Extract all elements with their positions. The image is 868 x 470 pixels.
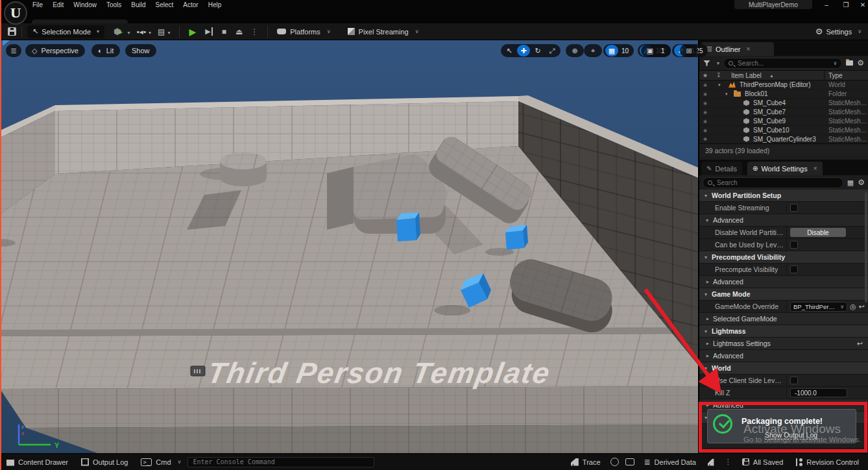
minimize-button[interactable]: – bbox=[819, 0, 834, 9]
camera-speed-group[interactable]: ▣ 1 bbox=[641, 44, 671, 57]
precompute-visibility-checkbox[interactable] bbox=[790, 266, 798, 273]
scale-tool[interactable]: ⤢ bbox=[546, 45, 559, 56]
create-folder-icon[interactable] bbox=[846, 60, 853, 66]
column-type[interactable]: Type bbox=[828, 72, 843, 79]
level-instance-checkbox[interactable] bbox=[790, 241, 798, 249]
world-space-button[interactable]: ⊕ bbox=[566, 44, 584, 57]
play-options-dots[interactable]: ⋮ bbox=[250, 27, 258, 36]
content-drawer-button[interactable]: Content Drawer bbox=[0, 454, 75, 470]
eye-column-icon[interactable]: ◉ bbox=[703, 73, 707, 78]
play-button[interactable]: ▶ bbox=[189, 27, 196, 37]
eject-button[interactable]: ⏏ bbox=[235, 27, 243, 36]
derived-data-button[interactable]: ≣ Derived Data bbox=[638, 454, 703, 470]
cmd-dropdown[interactable]: >_ Cmd ∨ bbox=[134, 454, 187, 470]
maximize-viewport-button[interactable]: ⊞ bbox=[680, 44, 698, 57]
outliner-row-mesh[interactable]: ◉ SM_Cube10 StaticMeshAct bbox=[699, 126, 868, 135]
blueprints-button[interactable]: ▪◂▪▾ bbox=[137, 27, 152, 36]
expand-caret-icon[interactable]: ▾ bbox=[725, 92, 728, 97]
reset-icon[interactable]: ↩ bbox=[859, 303, 865, 311]
all-saved-button[interactable]: All Saved bbox=[736, 454, 790, 470]
category-world[interactable]: ▾ World bbox=[699, 362, 868, 375]
outliner-search-input[interactable] bbox=[736, 59, 814, 68]
trace-button[interactable]: Trace bbox=[564, 454, 607, 470]
menu-tools[interactable]: Tools bbox=[106, 1, 121, 8]
outliner-row-world[interactable]: ◉ ▾ ThirdPersonMap (Editor) World bbox=[699, 80, 868, 90]
eye-icon[interactable]: ◉ bbox=[703, 128, 707, 133]
eye-icon[interactable]: ◉ bbox=[703, 82, 707, 88]
disable-button[interactable]: Disable bbox=[790, 228, 846, 237]
grid-snap-group[interactable]: ▦ 10 bbox=[603, 44, 634, 57]
platforms-dropdown[interactable]: Platforms ∨ bbox=[277, 28, 330, 36]
show-dropdown[interactable]: Show bbox=[125, 44, 156, 57]
menu-select[interactable]: Select bbox=[156, 1, 174, 8]
subcategory-advanced[interactable]: ▾ Advanced bbox=[699, 276, 868, 288]
outliner-search[interactable]: ∨ bbox=[723, 58, 842, 69]
settings-search[interactable] bbox=[703, 177, 843, 188]
pin-column-icon[interactable]: ↧ bbox=[716, 72, 721, 79]
kill-z-field[interactable]: -1000.0 bbox=[790, 388, 847, 397]
eye-icon[interactable]: ◉ bbox=[703, 101, 707, 106]
subcategory-advanced[interactable]: ▾ Advanced bbox=[699, 214, 868, 227]
menu-build[interactable]: Build bbox=[131, 1, 145, 8]
perspective-dropdown[interactable]: ◇ Perspective bbox=[25, 44, 85, 57]
more-dots-icon[interactable]: ⋮ bbox=[725, 458, 732, 466]
close-icon[interactable]: × bbox=[747, 45, 751, 53]
tab-details[interactable]: ✎ Details bbox=[701, 162, 742, 175]
pixel-streaming-dropdown[interactable]: Pixel Streaming ∨ bbox=[348, 28, 419, 36]
category-world-partition[interactable]: ▾ World Partition Setup bbox=[699, 190, 868, 202]
settings-search-input[interactable] bbox=[716, 179, 813, 187]
cinematics-button[interactable]: ▤▾ bbox=[158, 27, 170, 36]
outliner-row-mesh[interactable]: ◉ SM_Cube9 StaticMeshAct bbox=[699, 117, 868, 126]
settings-gear-icon[interactable]: ⚙ bbox=[858, 178, 865, 187]
stop-button[interactable]: ■ bbox=[222, 27, 226, 36]
menu-actor[interactable]: Actor bbox=[183, 1, 198, 8]
expand-caret-icon[interactable]: ▾ bbox=[718, 82, 721, 88]
category-game-mode[interactable]: ▾ Game Mode bbox=[699, 288, 868, 301]
close-button[interactable]: ✕ bbox=[855, 0, 868, 9]
tab-outliner[interactable]: ☰ Outliner × bbox=[701, 42, 774, 56]
add-actor-button[interactable]: ⬢+ ▾ bbox=[114, 27, 130, 36]
outliner-row-mesh[interactable]: ◉ SM_Cube7 StaticMeshAct bbox=[699, 108, 868, 117]
console-command-input[interactable] bbox=[187, 457, 374, 467]
subcategory-advanced[interactable]: ▾ Advanced bbox=[699, 350, 868, 362]
subcategory-selected-gamemode[interactable]: ▾ Selected GameMode bbox=[699, 313, 868, 325]
output-log-button[interactable]: Output Log bbox=[75, 454, 134, 470]
unreal-logo[interactable]: U bbox=[4, 1, 27, 25]
menu-window[interactable]: Window bbox=[73, 1, 97, 8]
settings-scrollbar[interactable] bbox=[865, 192, 867, 303]
subcategory-lightmass-settings[interactable]: ▾ Lightmass Settings ↩ bbox=[699, 338, 868, 350]
resource-monitor-icon[interactable] bbox=[708, 458, 716, 466]
menu-file[interactable]: File bbox=[32, 1, 43, 8]
eye-icon[interactable]: ◉ bbox=[703, 92, 707, 97]
eye-icon[interactable]: ◉ bbox=[703, 110, 707, 115]
category-lightmass[interactable]: ▾ Lightmass bbox=[699, 325, 868, 338]
eye-icon[interactable]: ◉ bbox=[703, 119, 707, 124]
tab-world-settings[interactable]: ⊕ World Settings × bbox=[747, 162, 823, 175]
settings-dropdown[interactable]: ⚙ Settings ∨ bbox=[815, 27, 862, 36]
outliner-settings-icon[interactable]: ⚙ bbox=[857, 58, 864, 68]
column-item-label[interactable]: Item Label bbox=[731, 72, 762, 79]
surface-snap-button[interactable]: ⌖ bbox=[584, 44, 602, 57]
close-icon[interactable]: × bbox=[814, 165, 817, 172]
gamemode-dropdown[interactable]: BP_ThirdPersonG ∨ bbox=[790, 302, 847, 312]
select-tool[interactable]: ↖ bbox=[503, 45, 516, 56]
level-viewport[interactable]: Third Person Template Y z x ☰ ◇ Perspect… bbox=[0, 40, 698, 453]
enable-streaming-checkbox[interactable] bbox=[790, 204, 798, 212]
revision-control-button[interactable]: Revision Control bbox=[790, 454, 865, 470]
outliner-row-folder[interactable]: ◉ ▾ Block01 Folder bbox=[699, 90, 868, 99]
category-precomputed-visibility[interactable]: ▾ Precomputed Visibility bbox=[699, 251, 868, 264]
menu-help[interactable]: Help bbox=[208, 1, 222, 8]
eye-icon[interactable]: ◉ bbox=[703, 136, 707, 142]
viewport-options-button[interactable]: ☰ bbox=[6, 44, 21, 57]
use-asset-icon[interactable]: ◎ bbox=[850, 303, 856, 311]
filter-icon[interactable] bbox=[703, 60, 710, 66]
skip-frame-button[interactable]: ▶ bbox=[205, 27, 212, 36]
save-button[interactable] bbox=[8, 27, 16, 36]
restore-button[interactable]: ❐ bbox=[838, 0, 854, 9]
display-options-icon[interactable]: ▦ bbox=[847, 179, 854, 187]
lit-dropdown[interactable]: ◐ Lit bbox=[91, 44, 120, 57]
outliner-row-mesh[interactable]: ◉ SM_Cube4 StaticMeshAct bbox=[699, 99, 868, 108]
insights-icon[interactable] bbox=[610, 458, 619, 466]
rotate-tool[interactable]: ↻ bbox=[531, 45, 544, 56]
selection-mode-dropdown[interactable]: ↖ Selection Mode ▾ bbox=[27, 25, 104, 38]
